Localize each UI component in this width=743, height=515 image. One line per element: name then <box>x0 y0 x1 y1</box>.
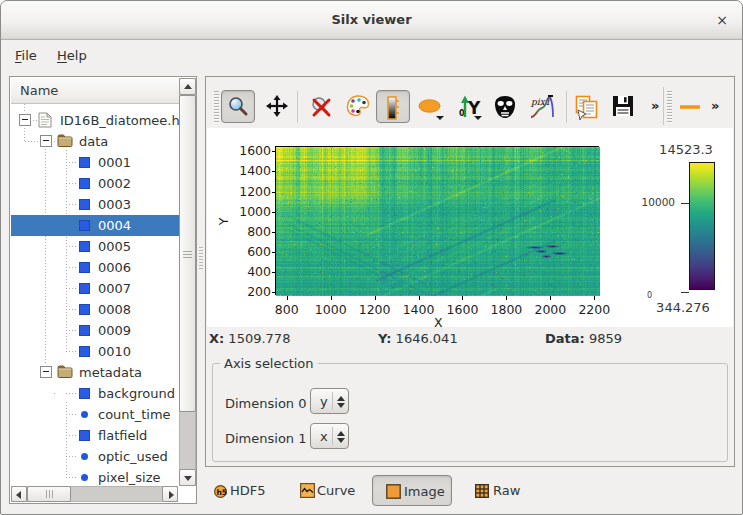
tree-row-0007[interactable]: 0007 <box>11 278 179 299</box>
orange-square-icon <box>386 484 401 503</box>
tree-row-pixel_size[interactable]: pixel_size <box>11 467 179 487</box>
plot-canvas-area[interactable]: 8001000120014001600180020002200200400600… <box>207 128 733 327</box>
colorbar-bottom-tick <box>681 292 689 293</box>
y-tick <box>272 272 276 273</box>
mask-tool-button[interactable] <box>488 90 522 123</box>
pan-mode-button[interactable] <box>261 90 295 123</box>
menu-help[interactable]: Help <box>56 46 88 65</box>
close-button[interactable]: × <box>713 11 731 29</box>
x-tick <box>594 296 595 300</box>
combo-down-arrow-icon[interactable] <box>337 438 345 443</box>
hscroll-thumb[interactable] <box>27 486 71 502</box>
zoom-mode-button[interactable] <box>221 90 255 123</box>
menu-file[interactable]: File <box>14 46 38 65</box>
tree-row-0009[interactable]: 0009 <box>11 320 179 341</box>
dimension-combo-1[interactable]: x <box>310 423 349 449</box>
hscroll-left-button[interactable] <box>11 486 27 502</box>
tree-item-label: 0003 <box>98 197 131 212</box>
tree-row-0003[interactable]: 0003 <box>11 194 179 215</box>
y-tick <box>272 171 276 172</box>
tree-row-0004[interactable]: 0004 <box>11 215 179 236</box>
tree-row-0006[interactable]: 0006 <box>11 257 179 278</box>
vscroll-up-button[interactable] <box>179 78 196 95</box>
svg-text:h5: h5 <box>216 488 227 497</box>
x-tick-label: 1600 <box>447 302 479 317</box>
view-button-curve[interactable]: Curve <box>300 475 370 506</box>
status-data: Data: 9859 <box>545 331 622 346</box>
profile-toolbar-handle[interactable] <box>667 91 672 123</box>
y-axis-orientation-button[interactable]: 0Y <box>452 90 486 123</box>
tree-row-data[interactable]: data <box>11 131 179 152</box>
mask-icon <box>492 94 518 124</box>
splitter-handle[interactable] <box>199 247 203 269</box>
y-tick-label: 1200 <box>239 184 271 199</box>
toolbar-overflow-chevron[interactable]: » <box>651 98 659 113</box>
tree-item-label: data <box>79 134 108 149</box>
y-tick-label: 1600 <box>239 143 271 158</box>
x-tick-label: 800 <box>275 302 299 317</box>
vscroll-grip <box>183 251 192 260</box>
colorbar-max-label: 14523.3 <box>659 142 713 157</box>
x-tick <box>331 296 332 300</box>
combo-down-arrow-icon[interactable] <box>337 403 345 408</box>
combo-up-arrow-icon[interactable] <box>337 431 345 436</box>
x-tick-label: 1800 <box>491 302 523 317</box>
tree-row-0001[interactable]: 0001 <box>11 152 179 173</box>
tree-horizontal-scrollbar[interactable] <box>11 486 178 502</box>
profile-overflow-chevron[interactable]: » <box>711 98 719 113</box>
tree-row-count_time[interactable]: count_time <box>11 404 179 425</box>
tree-row-0010[interactable]: 0010 <box>11 341 179 362</box>
vscroll-thumb[interactable] <box>179 95 196 412</box>
heatmap-image[interactable] <box>276 147 600 296</box>
toolbar-separator <box>297 91 298 123</box>
tree-row-flatfield[interactable]: flatfield <box>11 425 179 446</box>
profile-line-button[interactable] <box>673 90 707 123</box>
tree-row-0008[interactable]: 0008 <box>11 299 179 320</box>
plot-toolbar: 0Ypix1»» <box>206 77 734 127</box>
tree-item-label: optic_used <box>98 449 168 464</box>
expander-collapse[interactable] <box>40 366 52 378</box>
hscroll-right-button[interactable] <box>162 486 178 502</box>
dropdown-arrow-icon <box>474 116 482 120</box>
zoom-reset-button[interactable] <box>304 90 338 123</box>
colorbar-gradient[interactable] <box>689 162 715 290</box>
save-button[interactable] <box>607 90 641 123</box>
y-tick <box>272 192 276 193</box>
tree-row-metadata[interactable]: metadata <box>11 362 179 383</box>
view-button-raw[interactable]: Raw <box>475 475 545 506</box>
dataset-icon <box>79 325 90 336</box>
pixel-intensity-button[interactable]: pix1 <box>525 90 559 123</box>
pix1-histogram-icon: pix1 <box>529 94 557 124</box>
colorbar-button[interactable] <box>376 90 410 123</box>
tree-row-optic_used[interactable]: optic_used <box>11 446 179 467</box>
x-tick <box>287 296 288 300</box>
copy-button[interactable] <box>570 90 604 123</box>
tree-row-background[interactable]: background <box>11 383 179 404</box>
dataset-icon <box>79 241 90 252</box>
y-tick <box>272 252 276 253</box>
copy-documents-icon <box>574 94 600 124</box>
mask-shape-button[interactable] <box>414 90 448 123</box>
view-button-image[interactable]: Image <box>372 475 452 506</box>
toolbar-handle[interactable] <box>214 91 219 123</box>
tree-item-label: 0001 <box>98 155 131 170</box>
tree-header-name[interactable]: Name <box>11 78 195 104</box>
dimension-combo-0[interactable]: y <box>310 388 349 414</box>
view-button-hdf5[interactable]: h5HDF5 <box>214 475 284 506</box>
tree-vertical-scrollbar[interactable] <box>179 78 196 486</box>
view-label: Raw <box>493 483 520 498</box>
tree-item-label: 0010 <box>98 344 131 359</box>
y-tick <box>272 212 276 213</box>
x-tick <box>419 296 420 300</box>
window-title: Silx viewer <box>1 12 742 27</box>
tree-row-ID16B_diatomee.h5[interactable]: ID16B_diatomee.h5 <box>11 110 179 131</box>
vscroll-down-button[interactable] <box>179 469 196 486</box>
colormap-button[interactable] <box>341 90 375 123</box>
expander-collapse[interactable] <box>19 114 31 126</box>
tree-row-0002[interactable]: 0002 <box>11 173 179 194</box>
titlebar[interactable]: Silx viewer × <box>1 1 742 40</box>
expander-collapse[interactable] <box>40 135 52 147</box>
svg-text:Y: Y <box>467 98 481 118</box>
tree-row-0005[interactable]: 0005 <box>11 236 179 257</box>
combo-up-arrow-icon[interactable] <box>337 396 345 401</box>
